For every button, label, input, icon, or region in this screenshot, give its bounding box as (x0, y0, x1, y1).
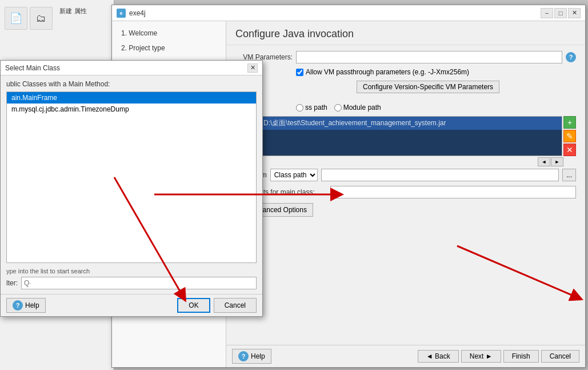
window-titlebar: e exe4j − □ ✕ (112, 5, 585, 21)
sidebar-item-project-type[interactable]: 2. Project type (112, 41, 226, 55)
properties-button[interactable]: 🗂 (30, 7, 53, 30)
maximize-button[interactable]: □ (554, 8, 567, 18)
classpath-table[interactable]: archive D:\桌面\test\Student_achievement_m… (235, 116, 562, 156)
nav-bar: ? Help ◄ Back Next ► Finish Cancel (226, 345, 585, 367)
new-button[interactable]: 📄 (5, 7, 27, 30)
main-class-row: class from Class path ... (235, 169, 576, 181)
add-classpath-button[interactable]: + (563, 116, 576, 129)
class-list-item-0[interactable]: ain.MainFrame (7, 92, 256, 104)
path-radio-row: ss path Module path (296, 104, 576, 112)
dialog-title: Select Main Class (5, 64, 60, 72)
window-title-area: e exe4j (117, 9, 146, 18)
classpath-container: archive D:\桌面\test\Student_achievement_m… (235, 116, 576, 156)
help-button[interactable]: ? Help (232, 349, 271, 364)
help-icon: ? (238, 351, 249, 361)
next-button[interactable]: Next ► (461, 350, 501, 363)
help-label: Help (251, 352, 265, 360)
dialog-help-button[interactable]: ? Help (6, 298, 46, 313)
page-title: Configure Java invocation (226, 21, 585, 45)
main-class-browse-button[interactable]: ... (562, 169, 576, 181)
dialog-close-button[interactable]: ✕ (247, 63, 258, 73)
window-title-text: exe4j (129, 9, 146, 17)
new-label: 新建 (59, 7, 72, 32)
passthrough-checkbox[interactable] (296, 69, 303, 76)
remove-classpath-button[interactable]: ✕ (563, 144, 576, 156)
filter-label: lter: (6, 279, 18, 287)
select-main-class-dialog: Select Main Class ✕ ublic Classes with a… (0, 60, 263, 317)
modulepath-radio-label: Module path (343, 104, 381, 112)
nav-right-buttons: ◄ Back Next ► Finish Cancel (418, 350, 579, 363)
exe4j-icon: e (117, 9, 126, 18)
main-class-input[interactable] (321, 169, 559, 181)
scroll-right-btn[interactable]: ► (551, 157, 563, 166)
toolbar-area: 📄 🗂 新建 属性 (0, 0, 114, 37)
dialog-action-buttons: OK Cancel (177, 298, 257, 313)
edit-classpath-button[interactable]: ✎ (563, 130, 576, 142)
filter-input[interactable] (21, 277, 257, 289)
dialog-section-label: ublic Classes with a Main Method: (6, 80, 257, 88)
modulepath-radio[interactable] (334, 104, 342, 112)
scroll-left-btn[interactable]: ◄ (538, 157, 550, 166)
vm-params-help-icon[interactable]: ? (566, 52, 576, 62)
finish-button[interactable]: Finish (503, 350, 539, 363)
back-button[interactable]: ◄ Back (418, 350, 459, 363)
dialog-titlebar: Select Main Class ✕ (1, 61, 262, 75)
form-area: VM Parameters: ? Allow VM passthrough pa… (226, 45, 585, 345)
class-list-item-1[interactable]: m.mysql.cj.jdbc.admin.TimezoneDump (7, 104, 256, 115)
args-input[interactable] (330, 186, 576, 198)
dialog-help-icon: ? (13, 300, 23, 311)
filter-row: lter: (6, 277, 257, 289)
properties-label: 属性 (74, 7, 87, 32)
classpath-buttons: + ✎ ✕ (563, 116, 576, 156)
version-specific-button[interactable]: Configure Version-Specific VM Parameters (357, 81, 499, 93)
dialog-ok-button[interactable]: OK (177, 298, 210, 313)
classpath-entry[interactable]: archive D:\桌面\test\Student_achievement_m… (236, 117, 562, 130)
close-button[interactable]: ✕ (568, 8, 581, 18)
sidebar-item-welcome[interactable]: 1. Welcome (112, 26, 226, 41)
window-controls: − □ ✕ (541, 8, 581, 18)
dialog-body: ublic Classes with a Main Method: ain.Ma… (1, 75, 262, 294)
passthrough-label: Allow VM passthrough parameters (e.g. -J… (306, 68, 469, 76)
classpath-radio-label: ss path (305, 104, 327, 112)
cancel-button[interactable]: Cancel (541, 350, 579, 363)
vm-params-input[interactable] (296, 51, 562, 63)
dialog-help-label: Help (25, 301, 39, 309)
main-class-dropdown[interactable]: Class path (270, 169, 318, 181)
minimize-button[interactable]: − (541, 8, 553, 18)
args-row: Arguments for main class: (235, 186, 576, 198)
vm-params-row: VM Parameters: ? (235, 51, 576, 63)
search-hint: ype into the list to start search (6, 268, 257, 274)
passthrough-checkbox-row: Allow VM passthrough parameters (e.g. -J… (296, 68, 576, 76)
dialog-footer: ? Help OK Cancel (1, 294, 262, 316)
main-content: Configure Java invocation VM Parameters:… (226, 21, 585, 367)
classpath-radio[interactable] (296, 104, 303, 112)
class-list[interactable]: ain.MainFrame m.mysql.cj.jdbc.admin.Time… (6, 91, 257, 263)
dialog-cancel-button[interactable]: Cancel (214, 298, 257, 313)
